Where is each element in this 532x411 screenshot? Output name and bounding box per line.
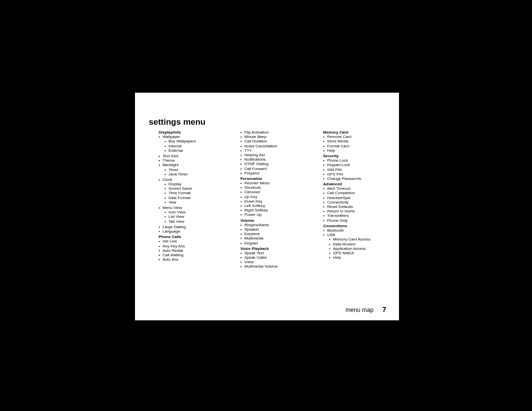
menu-item: Flip Activation — [244, 130, 311, 135]
menu-item-label: Power Up — [244, 212, 262, 217]
menu-item: Connectivity — [327, 200, 395, 205]
menu-item: WallpaperBuy WallpapersInternalExternal — [163, 135, 229, 153]
menu-item-label: Down Key — [244, 199, 262, 204]
menu-item-label: Year — [168, 200, 176, 205]
menu-item-label: Auto Ans — [163, 257, 178, 262]
menu-item-label: Screen Saver — [168, 186, 192, 191]
menu-item-label: Minute Beep — [244, 135, 266, 139]
menu-item-label: GPS NMEA — [333, 251, 354, 255]
menu-item-label: Prepend — [244, 171, 259, 175]
menu-item: Keypad — [244, 241, 311, 245]
menu-item: Call Duration — [244, 139, 311, 143]
menu-item: Call Waiting — [163, 253, 229, 257]
menu-item: External — [168, 148, 229, 153]
menu-item: Reset Defaults — [327, 205, 395, 209]
menu-item-label: Connectivity — [327, 200, 349, 205]
menu-item-label: Menu View — [163, 206, 182, 210]
menu-item-label: Return to Home — [327, 209, 355, 213]
column-3: Memory CardRemove CardStore MediaFormat … — [312, 130, 396, 270]
menu-item-label: Flip Activation — [244, 130, 268, 135]
menu-list: Reorder MenuShortcutsCarouselUp KeyDown … — [231, 181, 311, 217]
section-heading: Personalize — [231, 176, 311, 181]
section-heading: Display/Info — [149, 130, 229, 135]
page-footer: menu map 7 — [346, 306, 387, 313]
menu-item: Time Format — [168, 191, 229, 195]
menu-item: Speak Text — [244, 251, 311, 255]
menu-item: Call Forward — [244, 167, 311, 171]
menu-item-label: Display — [168, 182, 181, 186]
menu-item: List View — [168, 214, 229, 219]
menu-item-label: Keypad — [244, 241, 258, 245]
menu-item: SIM PIN — [327, 168, 395, 172]
menu-item: Help — [327, 148, 395, 153]
menu-item-label: Carousel — [244, 190, 260, 194]
footer-page-number: 7 — [382, 306, 386, 313]
menu-item: Application Access — [333, 246, 395, 251]
menu-item-label: Noise Cancellation — [244, 144, 277, 148]
menu-item: Noise Cancellation — [244, 144, 311, 148]
menu-item: Format Card — [327, 144, 395, 148]
menu-item: TTY — [244, 148, 311, 153]
menu-item-label: Voice — [244, 260, 254, 264]
menu-item: Phone Lock — [327, 158, 395, 163]
menu-item: Reorder Menu — [244, 181, 311, 185]
menu-item: Any Key Ans — [163, 244, 229, 248]
menu-list: Speak TextSpeak CallerVoiceMultimedia Vo… — [231, 251, 311, 269]
section-heading: Voice Playback — [231, 246, 311, 251]
menu-item: Language — [163, 229, 229, 234]
menu-item: Large Dialing — [163, 225, 229, 229]
menu-item-label: Headset/Spkr — [327, 196, 351, 200]
columns-container: Display/InfoWallpaperBuy WallpapersInter… — [148, 130, 386, 270]
menu-item-label: Transmitters — [327, 213, 349, 218]
menu-item: Text Size — [163, 154, 229, 158]
menu-list: Phone LockKeypad LockSIM PINGPS PINChang… — [313, 158, 395, 181]
menu-item-label: Reset Defaults — [327, 205, 353, 209]
menu-item: Earpiece — [244, 232, 311, 236]
menu-item-label: Hearing Aid — [244, 153, 265, 157]
menu-item: BacklightTimerJava Timer — [163, 163, 229, 176]
menu-item: Speaker — [244, 227, 311, 232]
menu-item-label: Theme — [163, 158, 175, 163]
column-2: Flip ActivationMinute BeepCall DurationN… — [230, 130, 312, 270]
menu-item: Phone Only — [327, 218, 395, 223]
menu-item: ClockDisplayScreen SaverTime FormatDate … — [163, 177, 229, 205]
menu-item-label: Time Format — [168, 191, 191, 195]
menu-item: Buy Wallpapers — [168, 139, 229, 143]
menu-list: BluetoothUSBMemory Card AccessData Modem… — [313, 228, 395, 260]
section-heading: Security — [313, 154, 395, 158]
document-page: settings menu Display/InfoWallpaperBuy W… — [135, 93, 399, 320]
menu-item-label: Wallpaper — [163, 135, 180, 139]
menu-item-label: Right Softkey — [244, 208, 268, 212]
menu-item: Data Modem — [333, 242, 395, 246]
menu-item: Help — [333, 255, 395, 260]
menu-item-label: Left Softkey — [244, 204, 265, 208]
menu-item-label: Multimedia Volume — [244, 264, 278, 269]
menu-item-label: Date Format — [168, 196, 190, 200]
menu-item: Auto Redial — [163, 248, 229, 253]
menu-item: Shortcuts — [244, 185, 311, 190]
menu-item: Timer — [168, 168, 229, 172]
menu-item: Bluetooth — [327, 228, 395, 233]
menu-item-label: Buy Wallpapers — [168, 139, 196, 143]
menu-item: Carousel — [244, 190, 311, 194]
menu-item-label: Clock — [163, 177, 172, 182]
menu-item-label: Timer — [168, 168, 178, 172]
menu-item: Theme — [163, 158, 229, 163]
menu-item: Change Passwords — [327, 176, 395, 181]
menu-list: Flip ActivationMinute BeepCall DurationN… — [231, 130, 311, 175]
menu-list: Remove CardStore MediaFormat CardHelp — [313, 135, 395, 153]
menu-item: Prepend — [244, 171, 311, 175]
menu-item-label: Change Passwords — [327, 176, 361, 181]
menu-item-label: Call Waiting — [163, 253, 183, 257]
menu-list: Icon ViewList ViewTab View — [163, 210, 229, 224]
menu-item: Auto Ans — [163, 257, 229, 262]
menu-item-label: Data Modem — [333, 242, 356, 246]
menu-item: Alert Timeout — [327, 186, 395, 191]
menu-item-label: Application Access — [333, 246, 366, 251]
menu-item-label: Up Key — [244, 195, 257, 199]
menu-item-label: Reorder Menu — [244, 181, 269, 185]
menu-item: Menu ViewIcon ViewList ViewTab View — [163, 206, 229, 224]
menu-list: Set LineAny Key AnsAuto RedialCall Waiti… — [149, 239, 229, 262]
menu-item-label: Help — [333, 255, 341, 260]
menu-list: Buy WallpapersInternalExternal — [163, 139, 229, 153]
